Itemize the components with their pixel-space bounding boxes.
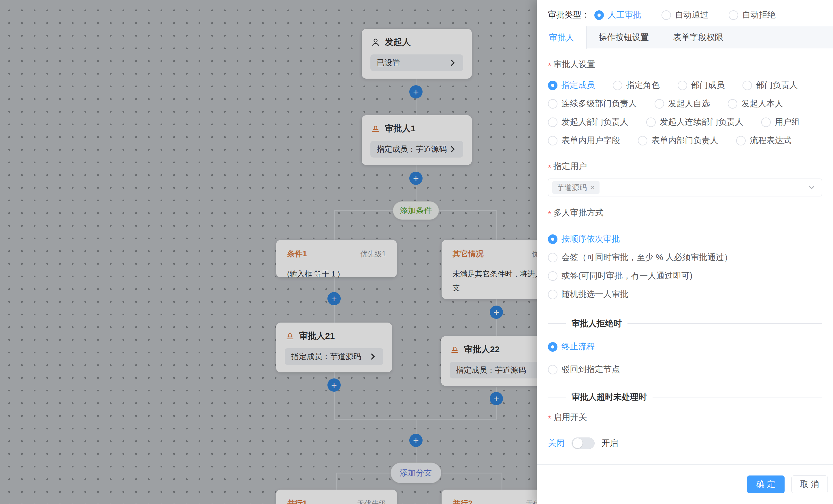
user-select[interactable]: 芋道源码 × <box>548 179 822 196</box>
drawer-body: 审批类型： 人工审批 自动通过 自动拒绝 审批人 操作按钮设置 表单字段权限 审… <box>537 0 833 452</box>
timeout-section-divider: 审批人超时未处理时 <box>548 392 822 403</box>
radio-icon <box>613 81 622 90</box>
multi-approve-label: 多人审批方式 <box>548 207 822 219</box>
radio-initiator-multi-dept-leader[interactable]: 发起人连续部门负责人 <box>646 116 743 128</box>
radio-icon <box>548 118 557 127</box>
radio-countersign[interactable]: 会签（可同时审批，至少 % 人必须审批通过） <box>548 252 732 263</box>
radio-icon <box>736 136 746 146</box>
radio-dept-member[interactable]: 部门成员 <box>677 79 724 91</box>
radio-icon <box>677 81 687 90</box>
radio-icon <box>662 10 671 20</box>
radio-assign-role[interactable]: 指定角色 <box>613 79 660 91</box>
radio-process-expression[interactable]: 流程表达式 <box>736 135 791 146</box>
radio-multi-level-dept-leader[interactable]: 连续多级部门负责人 <box>548 98 637 109</box>
radio-initiator-self[interactable]: 发起人本人 <box>728 98 783 109</box>
radio-auto-reject[interactable]: 自动拒绝 <box>729 9 776 21</box>
radio-orsign[interactable]: 或签(可同时审批，有一人通过即可) <box>548 270 692 282</box>
drawer-tabs: 审批人 操作按钮设置 表单字段权限 <box>537 26 833 48</box>
radio-icon <box>742 81 752 90</box>
radio-dept-leader[interactable]: 部门负责人 <box>742 79 798 91</box>
remove-tag-icon[interactable]: × <box>590 183 595 192</box>
switch-on-label: 开启 <box>601 437 618 449</box>
assign-user-label: 指定用户 <box>548 161 822 172</box>
tab-action-buttons[interactable]: 操作按钮设置 <box>587 26 661 49</box>
radio-user-group[interactable]: 用户组 <box>761 116 800 128</box>
radio-assign-member[interactable]: 指定成员 <box>548 79 595 91</box>
radio-initiator-dept-leader[interactable]: 发起人部门负责人 <box>548 116 628 128</box>
reject-section-title: 审批人拒绝时 <box>572 318 622 329</box>
radio-auto-pass[interactable]: 自动通过 <box>662 9 709 21</box>
radio-icon <box>729 10 738 20</box>
tag-label: 芋道源码 <box>557 183 587 193</box>
approve-type-label: 审批类型： <box>548 9 590 21</box>
radio-sequential-approve[interactable]: 按顺序依次审批 <box>548 233 620 245</box>
radio-manual-approve[interactable]: 人工审批 <box>594 9 641 21</box>
approver-setting-label: 审批人设置 <box>548 59 822 70</box>
tab-approver[interactable]: 审批人 <box>537 26 587 49</box>
radio-icon <box>548 99 557 108</box>
radio-icon <box>728 99 737 108</box>
radio-icon <box>548 253 557 262</box>
radio-form-dept-leader[interactable]: 表单内部门负责人 <box>638 135 718 146</box>
enable-switch-label: 启用开关 <box>548 411 822 423</box>
radio-icon <box>654 99 664 108</box>
enable-toggle[interactable] <box>572 437 595 449</box>
switch-off-label: 关闭 <box>548 437 565 449</box>
radio-icon <box>548 365 557 374</box>
radio-random-one[interactable]: 随机挑选一人审批 <box>548 288 628 300</box>
drawer-modal-mask[interactable] <box>0 0 537 504</box>
radio-icon <box>594 10 604 20</box>
cancel-button[interactable]: 取 消 <box>791 476 828 493</box>
radio-icon <box>638 136 647 146</box>
radio-icon <box>548 234 557 244</box>
radio-icon <box>548 290 557 299</box>
radio-return-to-node[interactable]: 驳回到指定节点 <box>548 364 620 375</box>
radio-icon <box>761 118 771 127</box>
drawer-footer: 确 定 取 消 <box>537 464 833 504</box>
timeout-section-title: 审批人超时未处理时 <box>572 392 647 403</box>
selected-user-tag: 芋道源码 × <box>552 181 599 194</box>
tab-form-field-permission[interactable]: 表单字段权限 <box>661 26 735 49</box>
radio-terminate-process[interactable]: 终止流程 <box>548 341 595 353</box>
radio-icon <box>548 136 557 146</box>
reject-section-divider: 审批人拒绝时 <box>548 318 822 329</box>
drawer-scroll-area[interactable]: 审批人设置 指定成员 指定角色 部门成员 部门负责人 <box>537 59 833 452</box>
radio-icon <box>548 81 557 90</box>
approve-type-row: 审批类型： 人工审批 自动通过 自动拒绝 <box>537 0 833 23</box>
radio-icon <box>548 342 557 352</box>
radio-form-user-field[interactable]: 表单内用户字段 <box>548 135 620 146</box>
chevron-down-icon <box>807 183 816 192</box>
approver-settings-drawer: 审批类型： 人工审批 自动通过 自动拒绝 审批人 操作按钮设置 表单字段权限 审… <box>537 0 833 504</box>
radio-icon <box>548 271 557 281</box>
radio-initiator-select[interactable]: 发起人自选 <box>654 98 710 109</box>
confirm-button[interactable]: 确 定 <box>747 476 785 493</box>
radio-icon <box>646 118 656 127</box>
enable-switch-row: 关闭 开启 <box>548 437 822 450</box>
